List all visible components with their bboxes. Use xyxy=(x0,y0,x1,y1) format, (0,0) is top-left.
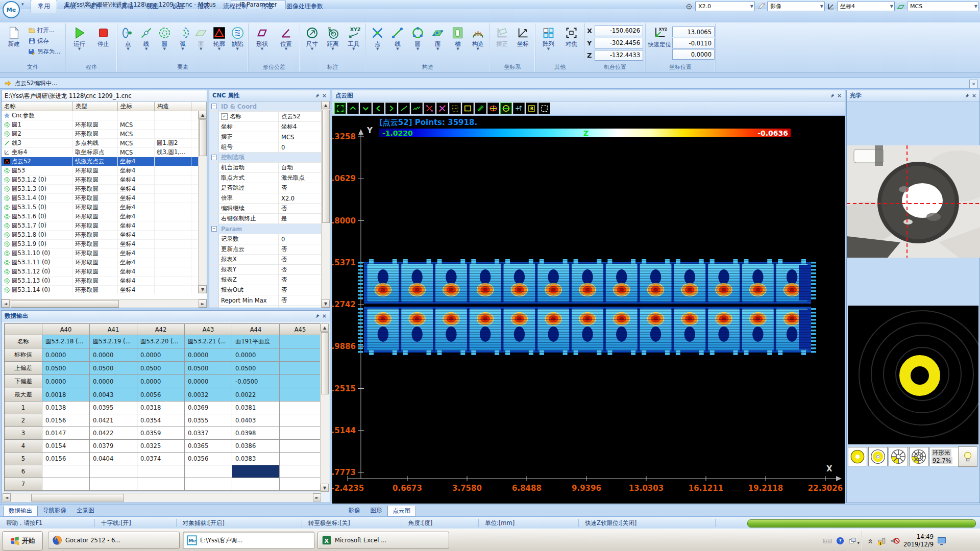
crosshair-icon[interactable] xyxy=(685,3,693,11)
table-cell[interactable]: 0.0355 xyxy=(185,414,232,427)
table-cell[interactable]: 0.0000 xyxy=(185,375,232,388)
table-cell[interactable] xyxy=(280,478,321,491)
table-cell[interactable] xyxy=(137,478,185,491)
button-轮廓[interactable]: 轮廓▼ xyxy=(211,25,228,51)
table-cell[interactable]: A40 xyxy=(42,324,90,335)
ribbon-tab-视图[interactable]: 视图 xyxy=(140,0,165,13)
scroll-up-icon[interactable]: ▲ xyxy=(322,101,330,109)
collapse-icon[interactable]: − xyxy=(211,226,217,232)
scroll-thumb[interactable] xyxy=(11,300,119,308)
ribbon-tab-硬件[interactable]: 硬件 xyxy=(83,0,108,13)
ribbon-tab-流程控制[interactable]: 流程控制 xyxy=(216,0,254,13)
tree-row[interactable]: 圆53.1.12 (0)环形取圆坐标4 xyxy=(2,267,207,277)
tree-row[interactable]: 圆53.1.11 (0)环形取圆坐标4 xyxy=(2,258,207,267)
tree-row[interactable]: 圆53.1.6 (0)环形取圆坐标4 xyxy=(2,212,207,221)
button-打开...[interactable]: 打开... xyxy=(27,26,62,35)
table-cell[interactable]: 0.0374 xyxy=(137,453,185,465)
table-cell[interactable]: 0.0500 xyxy=(90,362,137,375)
button-点[interactable]: 点▼ xyxy=(119,25,137,51)
toolbar-line-fit-icon[interactable] xyxy=(398,103,410,114)
table-cell[interactable]: 圆53.2.21 (... xyxy=(185,335,232,348)
table-cell[interactable]: 0.0156 xyxy=(42,453,90,465)
cnc-property-row[interactable]: 机台运动自动 xyxy=(209,163,330,173)
table-cell[interactable] xyxy=(280,348,321,362)
tab-点云图[interactable]: 点云图 xyxy=(387,506,416,516)
cnc-property-row[interactable]: Report Min Max否 xyxy=(209,295,330,306)
select-align[interactable]: MCS▼ xyxy=(907,2,979,11)
table-cell[interactable]: 0.0365 xyxy=(185,440,232,453)
button-槽[interactable]: 槽▼ xyxy=(448,25,467,51)
ribbon-tab-常用[interactable]: 常用 xyxy=(31,0,57,13)
tree-row[interactable]: 圆53.1.2 (0)环形取圆坐标4 xyxy=(2,176,207,185)
button-坐标[interactable]: 坐标 xyxy=(513,25,533,48)
button-位置[interactable]: 位置▼ xyxy=(275,25,298,51)
tree-row[interactable]: 圆53.1.13 (0)环形取圆坐标4 xyxy=(2,277,207,286)
table-cell[interactable]: 0.0395 xyxy=(90,402,137,414)
table-cell[interactable] xyxy=(280,440,321,453)
table-cell[interactable]: 0.0000 xyxy=(42,348,90,362)
pin-icon[interactable] xyxy=(313,312,321,319)
table-cell[interactable] xyxy=(42,478,90,491)
tree-row[interactable]: Cnc参数 xyxy=(2,111,207,120)
table-cell[interactable]: 0.0379 xyxy=(90,440,137,453)
plane-small-icon[interactable] xyxy=(897,3,905,11)
light-ring-light-quadrant-icon[interactable] xyxy=(889,447,908,466)
table-cell[interactable]: 0.0138 xyxy=(42,402,90,414)
table-cell[interactable]: 0.0500 xyxy=(42,362,90,375)
table-cell[interactable] xyxy=(280,362,321,375)
taskbar-app[interactable]: MeE:\Yss\客户调... xyxy=(183,532,314,549)
checkbox-checked-icon[interactable]: ✓ xyxy=(221,113,228,120)
table-cell[interactable]: 0.0383 xyxy=(232,453,280,465)
table-cell[interactable]: 0.0043 xyxy=(90,388,137,402)
table-cell[interactable] xyxy=(280,375,321,388)
table-cell[interactable]: 0.0369 xyxy=(185,402,232,414)
table-cell[interactable]: 0.0421 xyxy=(90,414,137,427)
tree-row[interactable]: 圆53.1.3 (0)环形取圆坐标4 xyxy=(2,185,207,194)
tree-row[interactable]: 圆2环形取圆MCS xyxy=(2,130,207,139)
scroll-up-icon[interactable]: ▲ xyxy=(199,111,207,119)
button-距离[interactable]: m距离▼ xyxy=(323,25,343,51)
table-cell[interactable]: 0.0404 xyxy=(90,453,137,465)
table-cell[interactable] xyxy=(185,465,232,478)
button-停止[interactable]: 停止 xyxy=(92,25,115,48)
table-cell[interactable]: 圆53.2.20 (... xyxy=(137,335,185,348)
window-buttons[interactable]: ▾ xyxy=(848,536,860,545)
table-cell[interactable]: 圆53.2.19 (... xyxy=(90,335,137,348)
scroll-thumb[interactable] xyxy=(322,110,330,223)
toolbar-grid-region-icon[interactable] xyxy=(449,103,461,114)
table-cell[interactable]: 圆53.2.18 (... xyxy=(42,335,90,348)
ribbon-tab-图像处理参数[interactable]: 图像处理参数 xyxy=(280,0,330,13)
app-logo-icon[interactable]: Me xyxy=(3,1,20,18)
tree-row[interactable]: 圆53.1.9 (0)环形取圆坐标4 xyxy=(2,240,207,249)
toolbar-rect-region-icon[interactable] xyxy=(462,103,474,114)
scroll-up-icon[interactable]: ▲ xyxy=(321,323,329,332)
light-ring-light-sectors-icon[interactable] xyxy=(909,447,928,466)
button-对焦[interactable]: 对焦 xyxy=(560,25,582,48)
table-cell[interactable]: 0.0398 xyxy=(232,427,280,440)
table-cell[interactable]: A44 xyxy=(232,324,280,335)
close-icon[interactable] xyxy=(836,92,843,99)
window-icon[interactable] xyxy=(848,536,857,545)
cnc-property-row[interactable]: 摆正MCS xyxy=(209,132,330,142)
collapse-icon[interactable] xyxy=(866,537,874,545)
button-摆正[interactable]: 摆正 xyxy=(492,25,512,48)
toolbar-pan-left-icon[interactable] xyxy=(373,103,384,114)
scroll-left-icon[interactable]: ◄ xyxy=(3,493,11,502)
toolbar-hatch-region-icon[interactable] xyxy=(475,103,486,114)
ribbon-tab-报表[interactable]: 报表 xyxy=(191,0,216,13)
table-cell[interactable] xyxy=(137,465,185,478)
toolbar-pan-right-icon[interactable] xyxy=(385,103,397,114)
table-cell[interactable] xyxy=(42,465,90,478)
table-cell[interactable] xyxy=(90,465,137,478)
table-cell[interactable]: -0.0500 xyxy=(232,375,280,388)
tree-vscrollbar[interactable]: ▲▼ xyxy=(198,111,207,293)
cnc-property-row[interactable]: 坐标坐标4 xyxy=(209,122,330,132)
tab-数据输出[interactable]: 数据输出 xyxy=(3,506,38,516)
table-cell[interactable] xyxy=(185,478,232,491)
pin-icon[interactable] xyxy=(313,92,321,99)
toolbar-level-icon[interactable] xyxy=(513,103,525,114)
table-cell[interactable] xyxy=(280,335,321,348)
select-zoom[interactable]: X2.0▼ xyxy=(695,2,755,11)
cnc-property-row[interactable]: ✓名称点云52 xyxy=(209,112,330,122)
table-cell[interactable]: 0.0381 xyxy=(232,402,280,414)
